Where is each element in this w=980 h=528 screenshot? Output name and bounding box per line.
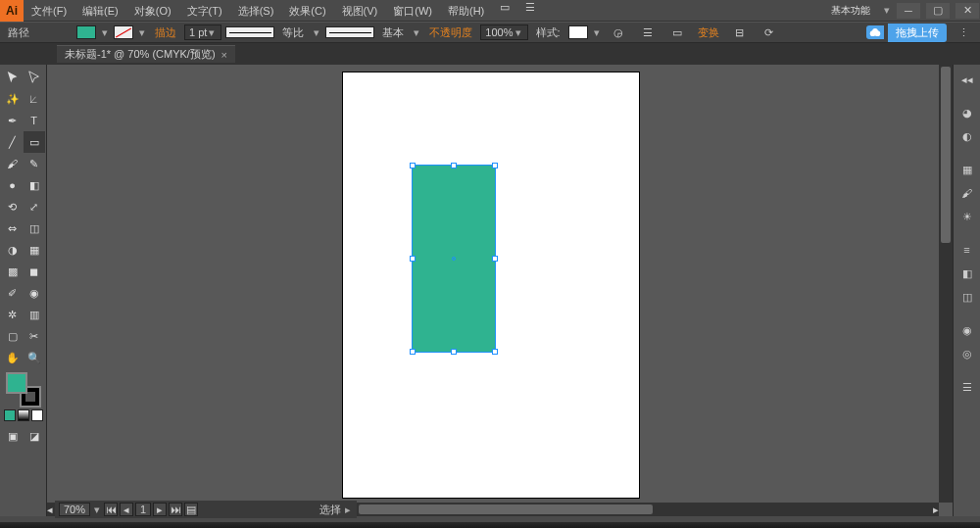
stroke-swatch[interactable] (114, 25, 133, 39)
profile-dropdown-icon[interactable]: ▾ (412, 26, 421, 39)
hand-tool[interactable]: ✋ (2, 347, 24, 368)
pencil-tool[interactable]: ✎ (24, 153, 45, 174)
artboard-tool[interactable]: ▢ (2, 325, 24, 347)
menu-select[interactable]: 选择(S) (230, 0, 282, 22)
scale-tool[interactable]: ⤢ (24, 196, 45, 217)
nav-next[interactable]: ▸ (153, 503, 167, 516)
brushes-panel-icon[interactable]: 🖌 (956, 182, 978, 204)
vertical-scroll-thumb[interactable] (941, 67, 951, 243)
document-tab[interactable]: 未标题-1* @ 70% (CMYK/预览) × (57, 45, 235, 63)
rectangle-tool[interactable]: ▭ (24, 131, 45, 153)
direct-selection-tool[interactable] (24, 67, 45, 88)
shape-builder-tool[interactable]: ◑ (2, 239, 24, 261)
artboard[interactable] (343, 72, 639, 498)
hscroll-right[interactable]: ▸ (933, 504, 939, 516)
menu-effect[interactable]: 效果(C) (281, 0, 333, 22)
opacity-label[interactable]: 不透明度 (425, 25, 476, 40)
symbol-sprayer-tool[interactable]: ✲ (2, 304, 24, 325)
type-tool[interactable]: T (24, 110, 45, 131)
stroke-dropdown-icon[interactable]: ▾ (137, 26, 147, 39)
vertical-scrollbar[interactable] (939, 65, 953, 503)
nav-prev[interactable]: ◂ (120, 503, 133, 516)
blob-brush-tool[interactable]: ● (2, 174, 24, 196)
stroke-weight-field[interactable]: 1 pt ▾ (184, 24, 221, 40)
color-guide-panel-icon[interactable]: ◐ (956, 125, 978, 147)
maximize-button[interactable]: ▢ (926, 3, 950, 19)
draw-mode-tool[interactable]: ◪ (24, 425, 45, 447)
menu-help[interactable]: 帮助(H) (440, 0, 492, 22)
artboard-nav-icon[interactable]: ▤ (184, 503, 198, 516)
align-icon[interactable]: ☰ (639, 24, 657, 40)
status-selection-dropdown-icon[interactable]: ▸ (343, 504, 353, 516)
nav-first[interactable]: ⏮ (104, 503, 118, 516)
menu-type[interactable]: 文字(T) (179, 0, 230, 22)
opacity-field[interactable]: 100% ▾ (480, 24, 527, 40)
symbols-panel-icon[interactable]: ☀ (956, 206, 978, 227)
isolate-icon[interactable]: ⊟ (731, 24, 749, 40)
horizontal-scroll-thumb[interactable] (359, 504, 653, 514)
artboard-number-field[interactable]: 1 (135, 503, 151, 516)
fill-dropdown-icon[interactable]: ▾ (100, 26, 110, 39)
paintbrush-tool[interactable]: 🖌 (2, 153, 24, 174)
graphic-styles-panel-icon[interactable]: ◎ (956, 343, 978, 364)
zoom-field[interactable]: 70% (59, 503, 90, 516)
swatches-panel-icon[interactable]: ▦ (956, 159, 978, 180)
blend-tool[interactable]: ◉ (24, 282, 45, 304)
magic-wand-tool[interactable]: ✨ (2, 88, 24, 110)
perspective-tool[interactable]: ▦ (24, 239, 45, 261)
close-button[interactable]: ✕ (956, 3, 979, 19)
document-tab-close[interactable]: × (221, 49, 227, 61)
zoom-tool[interactable]: 🔍 (24, 347, 45, 368)
workspace-dropdown-icon[interactable]: ▾ (882, 4, 892, 17)
fill-stroke-control[interactable] (6, 372, 41, 408)
menu-view[interactable]: 视图(V) (334, 0, 386, 22)
eyedropper-tool[interactable]: ✐ (2, 282, 24, 304)
recolor-icon[interactable]: ◶ (610, 24, 627, 40)
stroke-panel-icon[interactable]: ≡ (956, 239, 978, 261)
free-transform-tool[interactable]: ◫ (24, 217, 45, 239)
arrange-icon[interactable]: ☰ (521, 0, 539, 16)
rectangle-shape[interactable] (412, 165, 496, 353)
dash-preview[interactable] (225, 26, 274, 38)
transform-label[interactable]: 变换 (694, 25, 723, 40)
menu-file[interactable]: 文件(F) (24, 0, 74, 22)
canvas-area[interactable]: ◂ ▸ (47, 65, 953, 516)
style-dropdown-icon[interactable]: ▾ (592, 26, 602, 39)
cloud-icon[interactable] (866, 25, 884, 39)
width-tool[interactable]: ⇔ (2, 217, 24, 239)
zoom-dropdown-icon[interactable]: ▾ (92, 504, 102, 516)
color-mode-gradient[interactable] (18, 409, 29, 421)
color-mode-solid[interactable] (4, 409, 16, 421)
more-icon[interactable]: ⟳ (760, 24, 778, 40)
graph-tool[interactable]: ▥ (24, 304, 45, 325)
fill-swatch[interactable] (76, 25, 96, 39)
doc-setup-icon[interactable]: ▭ (496, 0, 514, 16)
gradient-panel-icon[interactable]: ◧ (956, 263, 978, 284)
minimize-button[interactable]: ─ (897, 3, 920, 19)
slice-tool[interactable]: ✂ (24, 325, 45, 347)
style-swatch[interactable] (568, 25, 588, 39)
mesh-tool[interactable]: ▩ (2, 261, 24, 282)
color-mode-none[interactable] (31, 409, 43, 421)
nav-last[interactable]: ⏭ (169, 503, 182, 516)
menu-object[interactable]: 对象(O) (126, 0, 179, 22)
panel-expand-icon[interactable]: ◂◂ (956, 69, 978, 90)
color-panel-icon[interactable]: ◕ (956, 102, 978, 123)
panel-menu-icon[interactable]: ⋮ (955, 24, 972, 40)
screen-mode-tool[interactable]: ▣ (2, 425, 24, 447)
transparency-panel-icon[interactable]: ◫ (956, 286, 978, 308)
fill-color-box[interactable] (6, 372, 27, 394)
rotate-tool[interactable]: ⟲ (2, 196, 24, 217)
workspace-switcher[interactable]: 基本功能 (823, 4, 878, 18)
gradient-tool[interactable]: ◼ (24, 261, 45, 282)
upload-button[interactable]: 拖拽上传 (888, 24, 947, 42)
hscroll-left[interactable]: ◂ (47, 504, 53, 516)
lasso-tool[interactable]: ⟀ (24, 88, 45, 110)
selection-tool[interactable] (2, 67, 24, 88)
appearance-panel-icon[interactable]: ◉ (956, 319, 978, 341)
shape-icon[interactable]: ▭ (668, 24, 686, 40)
dash-dropdown-icon[interactable]: ▾ (312, 26, 321, 39)
profile-preview[interactable] (325, 26, 374, 38)
menu-window[interactable]: 窗口(W) (385, 0, 440, 22)
layers-panel-icon[interactable]: ☰ (956, 376, 978, 398)
